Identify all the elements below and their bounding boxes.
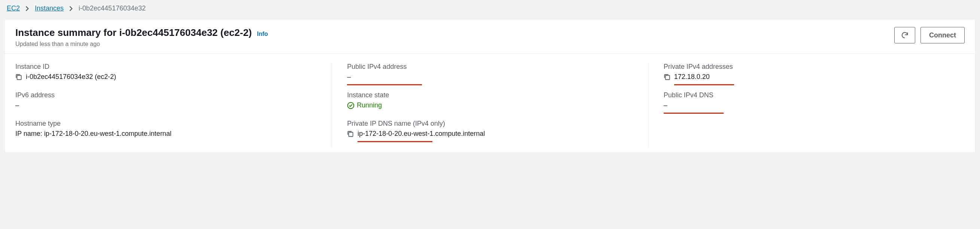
field-label: Instance ID xyxy=(15,63,317,71)
breadcrumb: EC2 Instances i-0b2ec445176034e32 xyxy=(0,0,980,19)
breadcrumb-root-link[interactable]: EC2 xyxy=(7,5,20,12)
field-instance-state: Instance state Running xyxy=(347,91,633,109)
copy-icon[interactable] xyxy=(664,74,670,80)
connect-button-label: Connect xyxy=(929,32,956,39)
field-value: 172.18.0.20 xyxy=(664,73,950,81)
field-label: Instance state xyxy=(347,91,633,99)
column-left: Instance ID i-0b2ec445176034e32 (ec2-2) … xyxy=(15,63,332,148)
column-right: Private IPv4 addresses 172.18.0.20 Publi… xyxy=(648,63,965,148)
field-label: Private IPv4 addresses xyxy=(664,63,950,71)
hostname-type-value: IP name: ip-172-18-0-20.eu-west-1.comput… xyxy=(15,130,317,138)
private-dns-value: ip-172-18-0-20.eu-west-1.compute.interna… xyxy=(358,130,485,138)
field-public-dns: Public IPv4 DNS – xyxy=(664,91,950,109)
panel-header: Instance summary for i-0b2ec445176034e32… xyxy=(5,19,975,54)
page-title: Instance summary for i-0b2ec445176034e32… xyxy=(15,27,252,38)
field-value: – xyxy=(664,102,950,109)
field-label: Hostname type xyxy=(15,120,317,127)
field-label: Public IPv4 DNS xyxy=(664,91,950,99)
copy-icon[interactable] xyxy=(347,130,354,137)
breadcrumb-instances-link[interactable]: Instances xyxy=(35,5,64,12)
action-row: Connect xyxy=(894,27,965,43)
breadcrumb-current: i-0b2ec445176034e32 xyxy=(79,5,146,12)
public-ipv4-value: – xyxy=(347,73,351,81)
connect-button[interactable]: Connect xyxy=(921,27,965,43)
instance-state-text: Running xyxy=(357,102,382,109)
field-hostname-type: Hostname type IP name: ip-172-18-0-20.eu… xyxy=(15,120,317,138)
chevron-right-icon xyxy=(25,6,30,11)
field-label: IPv6 address xyxy=(15,91,317,99)
svg-rect-2 xyxy=(349,132,353,136)
field-instance-id: Instance ID i-0b2ec445176034e32 (ec2-2) xyxy=(15,63,317,81)
field-private-ipv4: Private IPv4 addresses 172.18.0.20 xyxy=(664,63,950,81)
field-value: ip-172-18-0-20.eu-west-1.compute.interna… xyxy=(347,130,633,138)
public-dns-value: – xyxy=(664,102,667,109)
field-public-ipv4: Public IPv4 address – xyxy=(347,63,633,81)
refresh-icon xyxy=(900,31,909,39)
svg-rect-0 xyxy=(17,75,21,80)
field-ipv6: IPv6 address – xyxy=(15,91,317,109)
chevron-right-icon xyxy=(69,6,73,11)
instance-summary-panel: Instance summary for i-0b2ec445176034e32… xyxy=(5,19,975,152)
field-label: Private IP DNS name (IPv4 only) xyxy=(347,120,633,127)
title-block: Instance summary for i-0b2ec445176034e32… xyxy=(15,27,268,48)
detail-grid: Instance ID i-0b2ec445176034e32 (ec2-2) … xyxy=(5,54,975,152)
check-circle-icon xyxy=(347,102,355,109)
field-value: i-0b2ec445176034e32 (ec2-2) xyxy=(15,73,317,81)
svg-rect-3 xyxy=(665,75,669,80)
instance-state-value: Running xyxy=(347,102,633,109)
copy-icon[interactable] xyxy=(15,74,22,80)
column-middle: Public IPv4 address – Instance state Run… xyxy=(332,63,648,148)
field-label: Public IPv4 address xyxy=(347,63,633,71)
info-link[interactable]: Info xyxy=(257,31,268,37)
updated-subtitle: Updated less than a minute ago xyxy=(15,41,268,48)
private-ipv4-value: 172.18.0.20 xyxy=(674,73,710,81)
ipv6-value: – xyxy=(15,102,317,109)
refresh-button[interactable] xyxy=(894,27,915,43)
instance-id-value: i-0b2ec445176034e32 (ec2-2) xyxy=(26,73,116,81)
field-value: – xyxy=(347,73,633,81)
field-private-dns: Private IP DNS name (IPv4 only) ip-172-1… xyxy=(347,120,633,138)
